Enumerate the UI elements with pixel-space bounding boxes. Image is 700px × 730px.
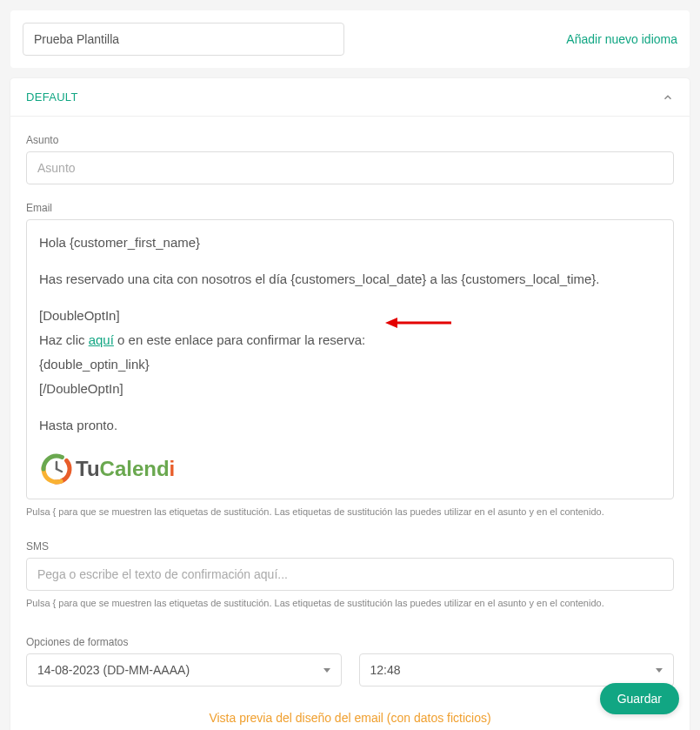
svg-line-4 [57, 469, 62, 472]
template-header-row: Añadir nuevo idioma [10, 10, 690, 68]
add-language-link[interactable]: Añadir nuevo idioma [566, 32, 677, 46]
time-format-select[interactable]: 12:48 [359, 653, 675, 686]
email-click-prefix: Haz clic [39, 332, 89, 347]
email-optin-token: {double_optin_link} [39, 354, 661, 375]
caret-down-icon [656, 668, 663, 673]
formats-label: Opciones de formatos [26, 636, 674, 648]
time-format-value: 12:48 [370, 663, 401, 677]
email-help-text: Pulsa { para que se muestren las etiquet… [26, 505, 674, 519]
chevron-up-icon [662, 91, 674, 104]
clock-icon [39, 452, 74, 486]
sms-help-text: Pulsa { para que se muestren las etiquet… [26, 596, 674, 611]
email-line-reservation: Has reservado una cita con nosotros el d… [39, 269, 661, 290]
brand-logo: TuCalendi [39, 452, 661, 486]
email-label: Email [26, 202, 674, 214]
logo-text-tu: Tu [76, 452, 100, 486]
date-format-select[interactable]: 14-08-2023 (DD-MM-AAAA) [26, 653, 342, 686]
template-name-input[interactable] [23, 23, 344, 56]
subject-input[interactable] [26, 151, 674, 184]
email-line-greeting: Hola {customer_first_name} [39, 232, 661, 253]
save-button[interactable]: Guardar [600, 683, 679, 714]
email-confirm-link[interactable]: aquí [89, 332, 114, 347]
email-body-editor[interactable]: Hola {customer_first_name} Has reservado… [26, 219, 674, 499]
subject-label: Asunto [26, 134, 674, 146]
email-doubleoptin-open: [DoubleOptIn] [39, 305, 661, 326]
email-click-suffix: o en este enlace para confirmar la reser… [114, 332, 365, 347]
panel-body: Asunto Email Hola {customer_first_name} … [10, 117, 690, 730]
email-click-line: Haz clic aquí o en este enlace para conf… [39, 330, 661, 351]
panel-header[interactable]: DEFAULT [10, 78, 690, 117]
preview-email-link[interactable]: Vista previa del diseño del email (con d… [26, 711, 674, 725]
caret-down-icon [323, 668, 330, 673]
date-format-value: 14-08-2023 (DD-MM-AAAA) [37, 663, 190, 677]
default-language-panel: DEFAULT Asunto Email Hola {customer_firs… [10, 78, 690, 730]
logo-text-calend: Calend [100, 452, 170, 486]
logo-text-i: i [170, 452, 176, 486]
sms-label: SMS [26, 540, 674, 553]
panel-title: DEFAULT [26, 90, 78, 104]
email-farewell: Hasta pronto. [39, 415, 661, 436]
email-doubleoptin-close: [/DoubleOptIn] [39, 378, 661, 399]
sms-input[interactable] [26, 558, 674, 591]
